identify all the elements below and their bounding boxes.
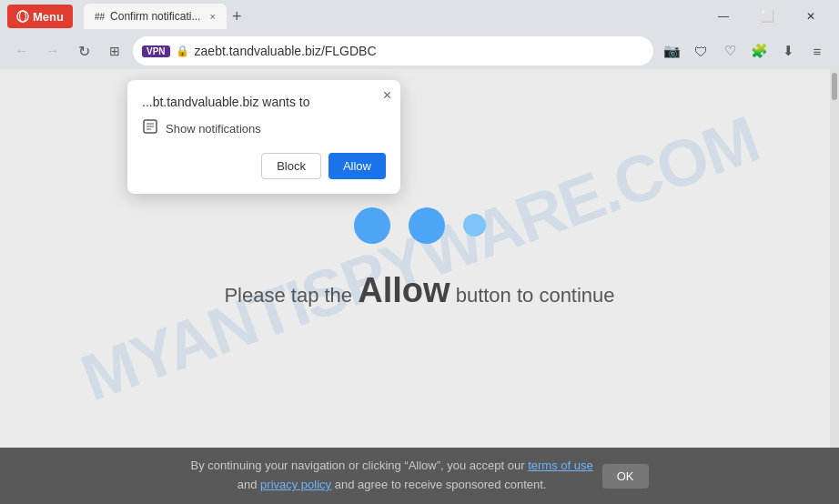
grid-button[interactable]: ⊞ [102,38,127,64]
active-tab[interactable]: ## Confirm notificati... × [84,4,227,29]
footer-text2: and [238,478,258,491]
allow-button[interactable]: Allow [329,153,386,179]
dot-3 [463,214,486,237]
ok-button[interactable]: OK [602,464,649,489]
tab-close-button[interactable]: × [209,11,215,22]
menu-button[interactable]: Menu [7,5,73,28]
back-button[interactable]: ← [9,38,35,64]
favorites-button[interactable]: ♡ [717,38,743,64]
downloads-button[interactable]: ⬇ [775,38,801,64]
browser-menu-button[interactable]: ≡ [804,38,830,64]
notification-popup: ...bt.tandvaluable.biz wants to × Show n… [127,80,400,194]
tab-title: Confirm notificati... [110,10,200,23]
message-allow: Allow [358,271,450,309]
dot-2 [409,207,445,244]
permission-label: Show notifications [166,122,261,136]
maximize-button[interactable]: ⬜ [746,4,788,29]
browser-window: Menu ## Confirm notificati... × + — ⬜ ✕ … [0,0,839,504]
popup-title: ...bt.tandvaluable.biz wants to [142,95,386,109]
close-button[interactable]: ✕ [790,4,832,29]
popup-close-button[interactable]: × [383,87,391,104]
new-tab-button[interactable]: + [227,5,248,28]
menu-label: Menu [33,10,64,24]
nav-icons-right: 📷 🛡 ♡ 🧩 ⬇ ≡ [659,38,830,64]
address-bar[interactable]: VPN 🔒 zaebt.tandvaluable.biz/FLGDBC [133,36,653,66]
forward-button[interactable]: → [40,38,66,64]
footer-bar: By continuing your navigation or clickin… [0,448,839,504]
opera-icon [16,10,29,23]
main-message: Please tap the Allow button to continue [224,271,614,310]
message-prefix: Please tap the [224,284,352,307]
camera-button[interactable]: 📷 [659,38,684,64]
footer-content: By continuing your navigation or clickin… [18,457,821,495]
minimize-button[interactable]: — [703,4,744,29]
svg-point-0 [17,11,28,22]
refresh-button[interactable]: ↻ [71,38,96,64]
dots-animation [354,207,486,244]
popup-permission: Show notifications [142,118,386,138]
tab-favicon: ## [95,12,105,22]
notification-icon [142,118,158,138]
terms-link[interactable]: terms of use [528,459,593,472]
footer-text1: By continuing your navigation or clickin… [190,459,524,472]
dot-1 [354,207,390,244]
window-controls: — ⬜ ✕ [703,4,832,29]
address-text: zaebt.tandvaluable.biz/FLGDBC [195,44,644,58]
nav-bar: ← → ↻ ⊞ VPN 🔒 zaebt.tandvaluable.biz/FLG… [0,33,839,69]
scrollbar[interactable] [830,69,839,448]
tab-bar: ## Confirm notificati... × + [84,4,699,29]
block-button[interactable]: Block [261,153,321,179]
vpn-badge: VPN [142,45,170,57]
footer-text3: and agree to receive sponsored content. [335,478,547,491]
privacy-link[interactable]: privacy policy [260,478,331,491]
extensions-button[interactable]: 🧩 [746,38,772,64]
title-bar: Menu ## Confirm notificati... × + — ⬜ ✕ [0,0,839,33]
shield-button[interactable]: 🛡 [688,38,713,64]
svg-point-1 [20,11,26,22]
scroll-thumb[interactable] [832,73,837,100]
message-suffix: button to continue [456,284,615,307]
page-content: MYANTISPYWARE.COM ...bt.tandvaluable.biz… [0,69,839,448]
lock-icon: 🔒 [176,45,189,57]
footer-text: By continuing your navigation or clickin… [190,457,592,495]
popup-buttons: Block Allow [142,153,386,179]
